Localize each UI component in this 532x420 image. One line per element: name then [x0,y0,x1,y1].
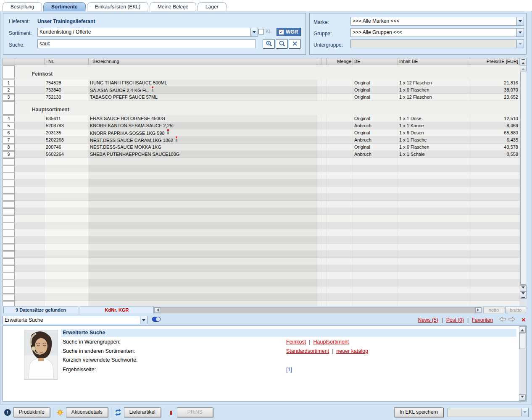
brutto-button[interactable]: brutto [505,307,526,313]
hauptsortiment-link[interactable]: Hauptsortiment [313,339,349,347]
table-row[interactable]: 8200746NEST.DESS-SAUCE MOKKA 1KGOriginal… [3,144,520,151]
table-row[interactable]: 1754528HUNG THANH FISCHSAUCE 500MLOrigin… [3,79,520,87]
panel-scroll-down-button[interactable] [519,394,526,401]
scroll-up-button[interactable] [520,65,527,71]
cell-c1 [45,179,89,186]
chevron-down-icon[interactable] [140,316,147,324]
cell-c2 [89,186,317,194]
header-nr[interactable]: Nr. [45,58,89,65]
group-row: Hauptsortiment [3,101,520,115]
table-row[interactable]: 55203783KNORR KANTON.SESAM-SAUCE 2,25LAn… [3,122,520,129]
header-bezeichnung[interactable]: Bezeichnung [89,58,317,65]
horizontal-scrollbar[interactable] [154,307,482,313]
standardsortiment-link[interactable]: Standardsortiment [286,348,329,357]
search-button[interactable] [276,39,288,49]
cell-c1: 754528 [45,79,89,87]
header-be[interactable]: BE [353,58,398,65]
scroll-to-bottom-button[interactable] [520,291,527,299]
row-gutter [3,179,15,186]
chevron-down-icon[interactable] [250,28,258,36]
panel-scroll-up-button[interactable] [519,326,526,333]
item-info-icon[interactable] [152,87,153,92]
sortiment-combobox[interactable]: Kundenlistung / Offerte [37,28,258,37]
produktinfo-button[interactable]: Produktinfo [13,407,50,417]
cell-c5 [327,115,353,122]
toggle-on-icon[interactable] [152,316,161,323]
cell-c8: 43,578 [470,144,520,151]
clear-search-button[interactable]: ✕ [289,39,301,49]
cell-c1 [45,272,89,279]
record-count-tab[interactable]: 9 Datensätze gefunden [3,307,78,313]
kdnr-kgr-tab[interactable]: KdNr. KGR [80,307,154,313]
cell-c4 [321,272,327,279]
search-input-value: sauc [40,41,50,47]
item-info-icon[interactable] [176,136,177,142]
gruppe-combobox[interactable]: >>> Alle Gruppen <<< [350,28,524,37]
header-menge[interactable]: Menge [327,58,353,65]
marke-combobox[interactable]: >>> Alle Marken <<< [350,17,524,26]
aktionsdetails-button[interactable]: Aktionsdetails [66,407,108,417]
row-gutter [3,158,15,165]
tab-sortimente[interactable]: Sortimente [43,2,86,11]
table-row[interactable]: 75202268NEST.DESS-SAUCE CARAM.1KG 1862An… [3,136,520,144]
table-row[interactable]: 4635611ERAS SAUCE BOLOGNESE 4500GOrigina… [3,115,520,122]
back-arrow-icon[interactable] [499,316,506,323]
lieferartikel-button[interactable]: Lieferartikel [124,407,161,417]
table-row-empty [3,279,520,286]
cell-c8 [470,194,520,201]
cell-c3 [317,208,321,215]
refresh-arrows-icon [114,409,122,416]
neuer-katalog-link[interactable]: neuer katalog [336,348,368,357]
save-to-ekl-button[interactable]: In EKL speichern [394,407,443,417]
scroll-left-button[interactable] [154,307,160,313]
table-row[interactable]: 95602264SHEBA PUTENHAEPPCHEN SAUCE100GAn… [3,151,520,158]
wgr-checkbox-group[interactable]: WGR [277,28,301,36]
tab-bestellung[interactable]: Bestellung [3,2,42,11]
panel-scrollbar[interactable] [519,326,526,401]
forward-arrow-icon[interactable] [508,316,516,323]
horizontal-scroll-track[interactable] [160,307,475,313]
scroll-down-button[interactable] [520,285,527,291]
chevron-down-icon[interactable] [516,17,524,25]
scroll-right-button[interactable] [475,307,481,313]
panel-scrollbar-thumb[interactable] [519,333,525,349]
cell-c5 [327,208,353,215]
tab-einkaufslisten[interactable]: Einkaufslisten (EKL) [87,2,148,11]
item-info-icon[interactable] [167,129,169,134]
cell-c0 [15,94,45,101]
tab-meine-belege[interactable]: Meine Belege [149,2,196,11]
close-assistant-icon[interactable] [521,316,526,323]
table-row[interactable]: 2753840SA.ASIA-SAUCE 2,4 KG FL.Original1… [3,87,520,94]
cell-c3 [317,272,321,279]
group-row: Feinkost [3,65,520,79]
post-link[interactable]: Post (0) [446,317,464,323]
feinkost-link[interactable]: Feinkost [286,339,306,347]
table-row[interactable]: 6203135KNORR PAPRIKA-SOSSE 1KG 598Origin… [3,129,520,136]
netto-button[interactable]: netto [483,307,504,313]
assistant-mode-combobox[interactable]: Erweiterte Suche [3,316,147,324]
search-in-results-button[interactable] [263,39,275,49]
scrollbar-thumb[interactable] [520,72,526,285]
search-icon [278,39,286,48]
cell-c0 [15,244,45,251]
header-inhalt-be[interactable]: Inhalt BE [398,58,470,65]
chevron-down-icon[interactable] [516,29,524,37]
table-row[interactable]: 3752130TABASCO PFEFF SAUCE 57MLOriginal1… [3,94,520,101]
cell-c2 [89,244,317,251]
search-input[interactable]: sauc [37,39,256,48]
cell-c8 [470,258,520,265]
result-page-link[interactable]: [1] [286,367,292,375]
cell-c7: 1 x 6 Flaschen [398,144,470,151]
cell-c7 [398,265,470,272]
cell-c3 [317,294,321,301]
vertical-scrollbar[interactable] [520,58,527,306]
cell-c5 [327,265,353,272]
wgr-checkbox[interactable] [279,29,284,35]
favoriten-link[interactable]: Favoriten [472,317,493,323]
scroll-to-top-button[interactable] [520,58,527,65]
header-preis-be[interactable]: Preis/BE [EUR] [470,58,520,65]
news-link[interactable]: News (5) [418,317,438,323]
row-gutter: 7 [3,136,15,144]
cell-c1 [45,222,89,229]
tab-lager[interactable]: Lager [198,2,226,11]
